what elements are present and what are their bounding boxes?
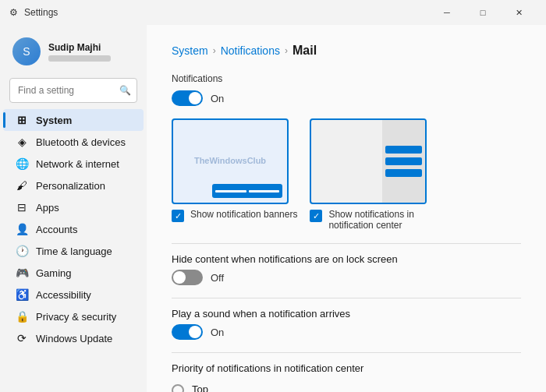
search-input[interactable] <box>9 78 137 103</box>
personalization-icon: 🖌 <box>16 179 28 192</box>
search-icon: 🔍 <box>119 85 131 96</box>
sidebar-item-label-gaming: Gaming <box>36 267 72 279</box>
minimize-button[interactable]: ─ <box>429 0 465 25</box>
lockscreen-title: Hide content when notifications are on l… <box>172 253 521 265</box>
search-box: 🔍 <box>9 78 137 103</box>
sidebar-item-label-network: Network & internet <box>36 158 119 170</box>
apps-icon: ⊟ <box>16 201 28 214</box>
user-info: Sudip Majhi <box>48 42 111 62</box>
lockscreen-section: Hide content when notifications are on l… <box>172 253 521 285</box>
user-name: Sudip Majhi <box>48 42 111 53</box>
sidebar-item-accessibility[interactable]: ♿ Accessibility <box>3 284 144 305</box>
accessibility-icon: ♿ <box>16 288 28 301</box>
center-checkbox-label: Show notifications innotification center <box>328 209 413 231</box>
center-checkbox[interactable]: ✓ <box>310 210 322 222</box>
sidebar-item-system[interactable]: ⊞ System <box>3 109 144 131</box>
side-notif-2 <box>385 157 422 165</box>
sidebar-item-label-apps: Apps <box>36 202 59 214</box>
radio-top-text: Top Show at the top of action center <box>192 383 313 392</box>
app-title: Settings <box>24 7 58 18</box>
sidebar-item-label-bluetooth: Bluetooth & devices <box>36 136 126 148</box>
lockscreen-toggle-label: Off <box>211 272 224 284</box>
sidebar-item-time[interactable]: 🕐 Time & language <box>3 240 144 262</box>
center-preview-card <box>310 118 427 204</box>
preview-cards: TheWindowsClub ✓ Show notification banne… <box>172 118 521 231</box>
sound-toggle[interactable] <box>172 324 203 340</box>
center-side-panel <box>382 120 425 203</box>
sidebar-item-personalization[interactable]: 🖌 Personalization <box>3 175 144 196</box>
banner-preview-container: TheWindowsClub ✓ Show notification banne… <box>172 118 297 231</box>
title-bar: ⚙ Settings ─ □ ✕ <box>0 0 546 25</box>
avatar: S <box>12 37 41 65</box>
user-section: S Sudip Majhi <box>0 31 147 78</box>
notifications-section: Notifications On <box>172 73 521 106</box>
sidebar-item-label-personalization: Personalization <box>36 180 105 192</box>
sidebar-item-label-privacy: Privacy & security <box>36 311 116 323</box>
banner-notif-preview <box>212 184 282 198</box>
privacy-icon: 🔒 <box>16 310 28 323</box>
center-preview-container: ✓ Show notifications innotification cent… <box>310 118 427 231</box>
notifications-toggle[interactable] <box>172 90 203 106</box>
sidebar-item-gaming[interactable]: 🎮 Gaming <box>3 262 144 284</box>
banner-checkbox-label: Show notification banners <box>190 209 297 220</box>
sidebar-item-label-update: Windows Update <box>36 333 112 344</box>
update-icon: ⟳ <box>16 332 28 344</box>
close-button[interactable]: ✕ <box>501 0 537 25</box>
notifications-label: Notifications <box>172 73 521 84</box>
divider-1 <box>172 243 521 244</box>
lockscreen-toggle[interactable] <box>172 270 203 285</box>
sound-toggle-knob <box>189 326 201 338</box>
user-subtitle <box>48 55 111 62</box>
breadcrumb-notifications[interactable]: Notifications <box>221 44 280 57</box>
lockscreen-toggle-row: Off <box>172 270 521 285</box>
content-area: System › Notifications › Mail Notificati… <box>147 25 546 392</box>
banner-checkbox-check: ✓ <box>175 212 182 221</box>
sidebar-item-update[interactable]: ⟳ Windows Update <box>3 327 144 349</box>
banner-checkbox[interactable]: ✓ <box>172 210 184 222</box>
sidebar-item-network[interactable]: 🌐 Network & internet <box>3 153 144 175</box>
sidebar-item-apps[interactable]: ⊟ Apps <box>3 196 144 218</box>
sidebar-item-bluetooth[interactable]: ◈ Bluetooth & devices <box>3 131 144 153</box>
avatar-initial: S <box>23 45 30 58</box>
breadcrumb-current: Mail <box>292 44 317 58</box>
maximize-button[interactable]: □ <box>465 0 501 25</box>
center-checkbox-check: ✓ <box>313 212 320 221</box>
notifications-toggle-row: On <box>172 90 521 106</box>
sidebar: S Sudip Majhi 🔍 ⊞ System ◈ Bluetooth & d… <box>0 25 147 392</box>
lockscreen-toggle-knob <box>173 271 186 284</box>
notifications-toggle-knob <box>189 92 201 104</box>
sound-section: Play a sound when a notification arrives… <box>172 308 521 340</box>
notif-line-2 <box>249 190 280 192</box>
sidebar-item-privacy[interactable]: 🔒 Privacy & security <box>3 305 144 327</box>
sidebar-item-accounts[interactable]: 👤 Accounts <box>3 218 144 240</box>
settings-icon: ⚙ <box>9 7 18 18</box>
gaming-icon: 🎮 <box>16 267 28 279</box>
breadcrumb-system[interactable]: System <box>172 44 208 57</box>
banner-checkbox-row: ✓ Show notification banners <box>172 209 297 222</box>
sound-toggle-label: On <box>211 327 224 338</box>
divider-2 <box>172 298 521 298</box>
priority-section: Priority of notifications in notificatio… <box>172 362 521 392</box>
radio-top-label: Top <box>192 383 313 392</box>
system-icon: ⊞ <box>16 114 28 126</box>
priority-title: Priority of notifications in notificatio… <box>172 362 521 374</box>
bluetooth-icon: ◈ <box>16 136 28 148</box>
notif-line-1 <box>215 190 246 192</box>
accounts-icon: 👤 <box>16 223 28 235</box>
title-bar-controls: ─ □ ✕ <box>429 0 537 25</box>
side-notif-1 <box>385 146 422 154</box>
sidebar-item-label-accounts: Accounts <box>36 224 77 235</box>
breadcrumb-sep-2: › <box>285 45 288 56</box>
title-bar-left: ⚙ Settings <box>9 7 58 18</box>
time-icon: 🕐 <box>16 245 28 257</box>
side-notif-3 <box>385 169 422 177</box>
watermark: TheWindowsClub <box>194 156 266 165</box>
sidebar-item-label-accessibility: Accessibility <box>36 289 91 301</box>
banner-preview-card: TheWindowsClub <box>172 118 289 204</box>
radio-top: Top Show at the top of action center <box>172 379 521 392</box>
radio-top-button[interactable] <box>172 384 184 392</box>
notifications-toggle-label: On <box>211 93 224 104</box>
sidebar-item-label-time: Time & language <box>36 245 112 257</box>
app-body: S Sudip Majhi 🔍 ⊞ System ◈ Bluetooth & d… <box>0 25 546 392</box>
center-checkbox-row: ✓ Show notifications innotification cent… <box>310 209 427 231</box>
